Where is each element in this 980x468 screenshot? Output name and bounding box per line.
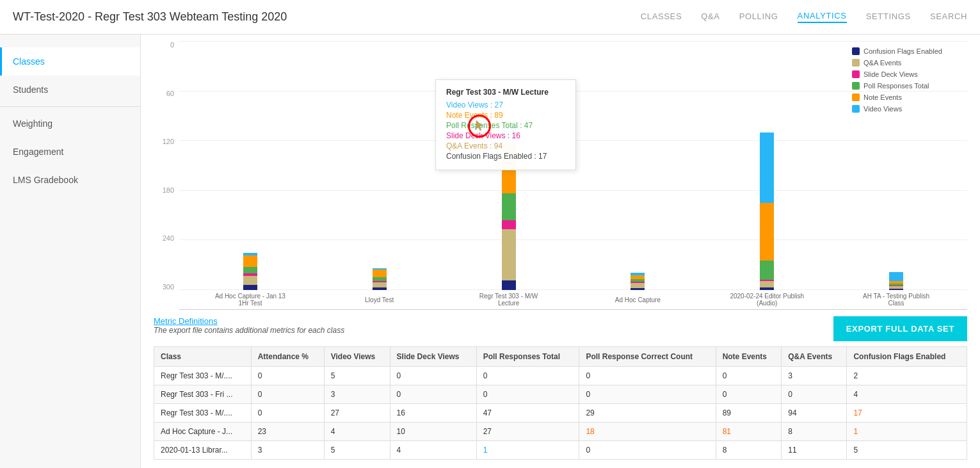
legend-dot-slide: [852, 70, 860, 78]
sidebar: Classes Students Weighting Engagement LM…: [0, 35, 141, 468]
nav-qa[interactable]: Q&A: [701, 12, 719, 22]
sidebar-item-engagement[interactable]: Engagement: [0, 138, 140, 166]
top-nav: CLASSES Q&A POLLING ANALYTICS SETTINGS S…: [641, 11, 967, 23]
table-row: 2020-01-13 Librar...354108115: [154, 441, 967, 460]
col-header-video-views: Video Views: [324, 347, 390, 367]
tooltip-row-1: Note Events : 89: [446, 111, 565, 120]
legend-item-poll: Poll Responses Total: [852, 82, 967, 90]
tooltip-row-5: Confusion Flags Enabled : 17: [446, 152, 565, 161]
bar-note-2: [373, 270, 387, 277]
metric-def-note: The export file contains additional metr…: [154, 326, 344, 335]
content-area: 300 240 180 120 60 0: [141, 35, 980, 468]
x-label-2: Lloyd Test: [341, 296, 418, 303]
bar-video-6: [889, 272, 903, 281]
col-header-class: Class: [154, 347, 252, 367]
legend-label-poll: Poll Responses Total: [864, 82, 929, 90]
x-label-1: Ad Hoc Capture - Jan 13 1Hr Test: [212, 293, 289, 307]
y-label-240: 240: [154, 234, 174, 242]
legend-item-confusion: Confusion Flags Enabled: [852, 47, 967, 55]
col-header-note-events: Note Events: [716, 347, 782, 367]
bar-confusion-3: [502, 280, 516, 290]
sidebar-item-lms-gradebook[interactable]: LMS Gradebook: [0, 166, 140, 194]
col-header-slide-deck: Slide Deck Views: [390, 347, 476, 367]
legend-label-note: Note Events: [864, 93, 902, 101]
legend-dot-confusion: [852, 47, 860, 55]
bar-poll-3: [502, 193, 516, 220]
legend-dot-note: [852, 93, 860, 101]
bar-note-1: [243, 255, 257, 267]
table-section: Metric Definitions The export file conta…: [154, 316, 967, 460]
table-row: Ad Hoc Capture - J...2341027188181: [154, 423, 967, 441]
legend-label-confusion: Confusion Flags Enabled: [864, 47, 942, 55]
col-header-poll-correct: Poll Response Correct Count: [579, 347, 716, 367]
y-label-180: 180: [154, 186, 174, 194]
x-label-6: AH TA - Testing Publish Class: [858, 293, 935, 307]
table-row: Regr Test 303 - M/....027164729899417: [154, 404, 967, 423]
nav-search[interactable]: SEARCH: [930, 12, 967, 22]
analytics-chart: 300 240 180 120 60 0: [154, 41, 967, 310]
page-title: WT-Test-2020 - Regr Test 303 Webteam Tes…: [13, 10, 287, 24]
table-row: Regr Test 303 - M/....05000032: [154, 367, 967, 385]
col-header-qa-events: Q&A Events: [782, 347, 847, 367]
legend-label-video: Video Views: [864, 105, 902, 113]
tooltip-row-3: Slide Deck Views : 16: [446, 131, 565, 140]
bar-qa-5: [760, 281, 774, 287]
bar-group-5: [760, 133, 774, 290]
main-layout: Classes Students Weighting Engagement LM…: [0, 35, 980, 468]
bar-poll-1: [243, 267, 257, 273]
tooltip-row-2: Poll Responses Total : 47: [446, 121, 565, 130]
sidebar-item-classes[interactable]: Classes: [0, 47, 140, 76]
y-label-300: 300: [154, 283, 174, 291]
bar-slide-3: [502, 220, 516, 229]
nav-polling[interactable]: POLLING: [739, 12, 778, 22]
tooltip-row-0: Video Views : 27: [446, 101, 565, 109]
bar-qa-3: [502, 229, 516, 280]
bar-confusion-1: [243, 285, 257, 290]
bar-group-2: [373, 268, 387, 290]
export-row: Metric Definitions The export file conta…: [154, 316, 967, 341]
col-header-attendance: Attendance %: [251, 347, 324, 367]
chart-plot-area: Ad Hoc Capture - Jan 13 1Hr Test Lloyd T…: [179, 41, 967, 310]
y-label-120: 120: [154, 138, 174, 145]
bar-group-4: [631, 273, 645, 290]
col-header-confusion: Confusion Flags Enabled: [847, 347, 967, 367]
analytics-table: Class Attendance % Video Views Slide Dec…: [154, 346, 967, 460]
bar-qa-4: [631, 283, 645, 288]
legend-item-video: Video Views: [852, 105, 967, 113]
chart-inner: 300 240 180 120 60 0: [154, 41, 967, 310]
metric-definitions-area: Metric Definitions The export file conta…: [154, 316, 344, 341]
header: WT-Test-2020 - Regr Test 303 Webteam Tes…: [0, 0, 980, 35]
y-axis: 300 240 180 120 60 0: [154, 41, 179, 310]
sidebar-item-students[interactable]: Students: [0, 76, 140, 104]
x-label-5: 2020-02-24 Editor Publish (Audio): [728, 293, 805, 307]
sidebar-item-weighting[interactable]: Weighting: [0, 109, 140, 138]
legend-item-slide: Slide Deck Views: [852, 70, 967, 78]
bar-qa-2: [373, 282, 387, 287]
y-label-0: 0: [154, 41, 174, 49]
legend-item-qa: Q&A Events: [852, 59, 967, 67]
y-label-60: 60: [154, 90, 174, 97]
legend-dot-poll: [852, 82, 860, 90]
x-axis-labels: Ad Hoc Capture - Jan 13 1Hr Test Lloyd T…: [179, 290, 967, 309]
legend-item-note: Note Events: [852, 93, 967, 101]
table-header-row: Class Attendance % Video Views Slide Dec…: [154, 347, 967, 367]
bar-video-5: [760, 133, 774, 203]
tooltip-row-4: Q&A Events : 94: [446, 141, 565, 150]
legend-label-slide: Slide Deck Views: [864, 70, 918, 78]
metric-def-link[interactable]: Metric Definitions: [154, 316, 344, 326]
chart-legend: Confusion Flags Enabled Q&A Events Slide…: [852, 47, 967, 113]
legend-dot-video: [852, 105, 860, 113]
bar-group-1: [243, 253, 257, 290]
bar-poll-5: [760, 261, 774, 280]
nav-classes[interactable]: CLASSES: [641, 12, 682, 22]
chart-tooltip: Regr Test 303 - M/W Lecture Video Views …: [435, 79, 576, 170]
nav-settings[interactable]: SETTINGS: [866, 12, 911, 22]
export-button[interactable]: EXPORT FULL DATA SET: [833, 316, 967, 341]
bar-note-5: [760, 203, 774, 261]
x-label-3: Regr Test 303 - M/W Lecture: [470, 293, 547, 307]
tooltip-title: Regr Test 303 - M/W Lecture: [446, 88, 565, 97]
nav-analytics[interactable]: ANALYTICS: [798, 11, 847, 23]
legend-label-qa: Q&A Events: [864, 59, 901, 67]
legend-dot-qa: [852, 59, 860, 67]
sidebar-divider: [0, 106, 140, 107]
